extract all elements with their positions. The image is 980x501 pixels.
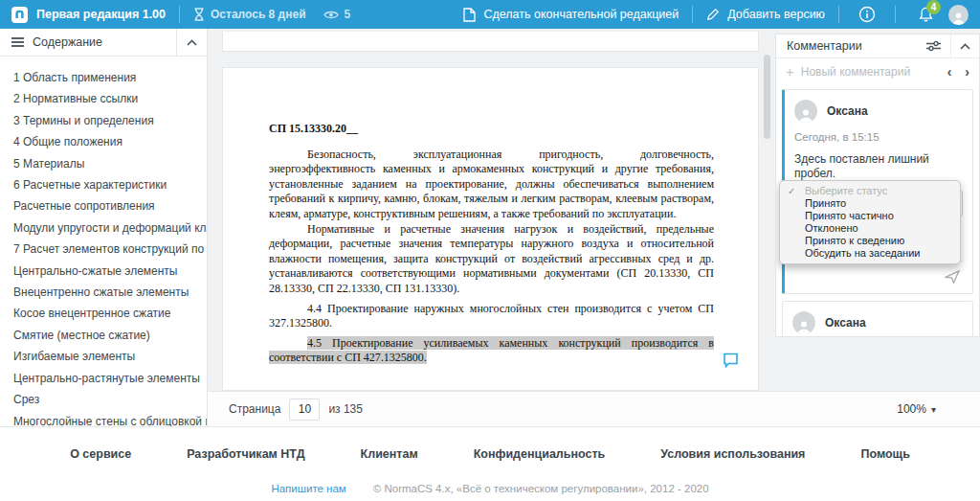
contents-collapse-button[interactable] xyxy=(176,29,207,57)
new-comment-row: + Новый комментарий ‹ › xyxy=(776,58,979,84)
tune-icon xyxy=(926,40,941,52)
toc-item[interactable]: 1 Область применения xyxy=(13,67,207,88)
status-option[interactable]: Принято xyxy=(780,197,960,210)
plus-icon: + xyxy=(786,63,794,80)
make-final-button[interactable]: Сделать окончательной редакцией xyxy=(463,8,679,22)
notifications-button[interactable]: 4 xyxy=(919,7,933,22)
page-number-input[interactable] xyxy=(289,399,320,421)
footer-link-terms[interactable]: Условия использования xyxy=(660,447,805,461)
info-button[interactable] xyxy=(853,6,881,23)
days-left: Осталось 8 дней xyxy=(193,8,306,21)
views-counter: 5 xyxy=(323,8,351,21)
checkmark-icon: ✓ xyxy=(788,185,795,197)
logo-glyph-icon xyxy=(13,9,26,21)
scrollbar-thumb[interactable] xyxy=(764,55,770,139)
paragraph: 4.4 Проектирование наружных многослойных… xyxy=(269,302,714,331)
zoom-control[interactable]: 100% ▾ xyxy=(897,402,936,416)
status-option[interactable]: Отклонено xyxy=(780,222,960,235)
new-comment-button[interactable]: Новый комментарий xyxy=(801,65,910,79)
footer-link-about[interactable]: О сервисе xyxy=(70,447,131,461)
footer-links: О сервисе Разработчикам НТД Клиентам Кон… xyxy=(0,427,980,461)
paragraph: Безопасность, эксплуатационная пригоднос… xyxy=(269,148,714,222)
toc-item[interactable]: Срез xyxy=(13,389,207,410)
contents-list: 1 Область применения 2 Нормативные ссылк… xyxy=(0,57,207,426)
comment-author: Оксана xyxy=(827,104,868,118)
commented-paragraph: 4.5 Проектирование усиливаемых каменных … xyxy=(269,336,714,366)
toc-item[interactable]: Изгибаемые элементы xyxy=(13,346,207,367)
document-page: СП 15.13330.20__ Безопасность, эксплуата… xyxy=(222,67,759,391)
footer-link-clients[interactable]: Клиентам xyxy=(361,447,418,461)
footer-link-developers[interactable]: Разработчикам НТД xyxy=(187,447,304,461)
footer-link-privacy[interactable]: Конфиденциальность xyxy=(474,447,606,461)
app-logo-icon[interactable] xyxy=(11,7,28,23)
top-bar: Первая редакция 1.00 Осталось 8 дней 5 С… xyxy=(0,0,980,29)
comment-time: Сегодня, в 15:15 xyxy=(794,131,963,143)
chevron-up-icon xyxy=(960,43,970,50)
previous-page-edge xyxy=(222,32,759,52)
page-label: Страница xyxy=(229,402,280,416)
divider xyxy=(838,6,839,23)
status-dropdown-menu: ✓Выберите статус Принято Принято частичн… xyxy=(779,180,961,264)
zoom-level: 100% xyxy=(897,402,926,416)
contents-sidebar: Содержание 1 Область применения 2 Нормат… xyxy=(0,29,208,426)
status-option[interactable]: Принято частично xyxy=(780,210,960,222)
chevron-up-icon xyxy=(187,39,197,46)
days-left-label: Осталось 8 дней xyxy=(211,8,306,21)
hourglass-icon xyxy=(193,8,205,21)
comments-header: Комментарии xyxy=(776,34,979,58)
footer-sub-row: Напишите нам © NormaCS 4.x, «Всё о техни… xyxy=(0,483,980,494)
document-code: СП 15.13330.20__ xyxy=(269,122,714,137)
next-comment-button[interactable]: › xyxy=(965,64,969,80)
person-icon xyxy=(798,108,813,123)
prev-comment-button[interactable]: ‹ xyxy=(947,64,952,80)
document-icon xyxy=(463,8,476,22)
toc-item[interactable]: 7 Расчет элементов конструкций по пр… xyxy=(13,239,207,260)
toc-item[interactable]: 4 Общие положения xyxy=(13,131,207,152)
toc-item[interactable]: Модули упругости и деформаций клад… xyxy=(13,217,207,239)
views-count: 5 xyxy=(345,8,351,21)
highlighted-text[interactable]: 4.5 Проектирование усиливаемых каменных … xyxy=(269,336,714,365)
add-version-button[interactable]: Добавить версию xyxy=(706,8,825,21)
status-option[interactable]: Принято к сведению xyxy=(780,235,960,247)
footer-link-help[interactable]: Помощь xyxy=(860,447,909,461)
contents-icon xyxy=(11,37,24,47)
comment-marker[interactable] xyxy=(722,351,740,369)
toc-item[interactable]: Расчетные сопротивления xyxy=(13,195,207,216)
paragraph: Нормативные и расчетные значения нагрузо… xyxy=(269,222,714,297)
toc-item[interactable]: 3 Термины и определения xyxy=(13,110,207,131)
send-icon[interactable] xyxy=(945,269,961,284)
toc-item[interactable]: Косое внецентренное сжатие xyxy=(13,303,207,324)
make-final-label: Сделать окончательной редакцией xyxy=(483,8,679,21)
commenter-avatar xyxy=(794,100,817,123)
status-placeholder-label: Выберите статус xyxy=(805,185,887,196)
eye-icon xyxy=(323,10,339,20)
comment-card[interactable]: Оксана Сегодня, в 15:17 Неверная формула xyxy=(782,301,973,337)
status-option[interactable]: Обсудить на заседании xyxy=(780,247,960,260)
toc-item[interactable]: Смятие (местное сжатие) xyxy=(13,325,207,346)
page-navigation-bar: Страница из 135 100% ▾ xyxy=(208,391,980,426)
comments-collapse-button[interactable] xyxy=(950,34,979,57)
add-version-label: Добавить версию xyxy=(727,8,825,21)
toc-item[interactable]: 6 Расчетные характеристики xyxy=(13,174,207,195)
commenter-avatar xyxy=(792,311,815,334)
toc-item[interactable]: Центрально-растянутые элементы xyxy=(13,368,207,389)
toc-item[interactable]: Центрально-сжатые элементы xyxy=(13,261,207,282)
divider xyxy=(179,6,180,23)
toc-item[interactable]: Многослойные стены с облицовкой ка… xyxy=(13,411,207,427)
status-option-selected[interactable]: ✓Выберите статус xyxy=(780,185,960,197)
user-avatar[interactable] xyxy=(948,5,969,25)
comments-filter-button[interactable] xyxy=(917,40,950,52)
toc-item[interactable]: 5 Материалы xyxy=(13,153,207,174)
toc-item[interactable]: 2 Нормативные ссылки xyxy=(13,88,207,109)
comment-author: Оксана xyxy=(825,316,866,330)
toc-item[interactable]: Внецентренно сжатые элементы xyxy=(13,282,207,303)
divider xyxy=(692,6,693,23)
revision-title: Первая редакция 1.00 xyxy=(36,8,166,21)
notifications-badge: 4 xyxy=(926,0,941,14)
person-icon xyxy=(951,11,966,25)
person-icon xyxy=(796,320,812,334)
document-scrollbar[interactable] xyxy=(763,34,771,391)
page-total-label: из 135 xyxy=(328,402,363,416)
comments-title: Комментарии xyxy=(787,39,862,53)
contact-link[interactable]: Напишите нам xyxy=(271,483,345,494)
